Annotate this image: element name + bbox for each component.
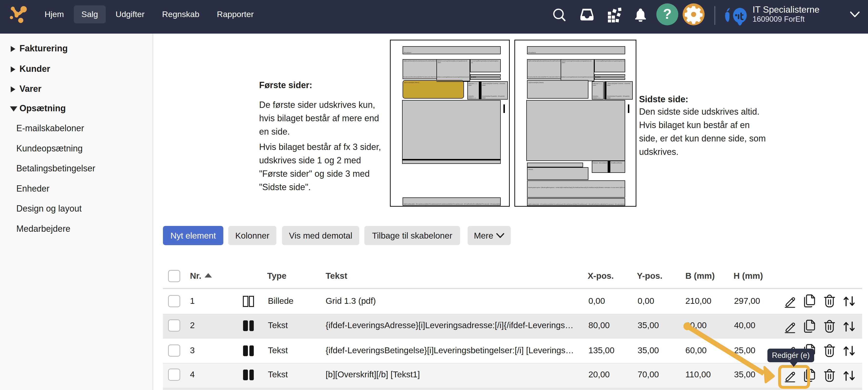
svg-text:?: ? xyxy=(663,6,672,22)
